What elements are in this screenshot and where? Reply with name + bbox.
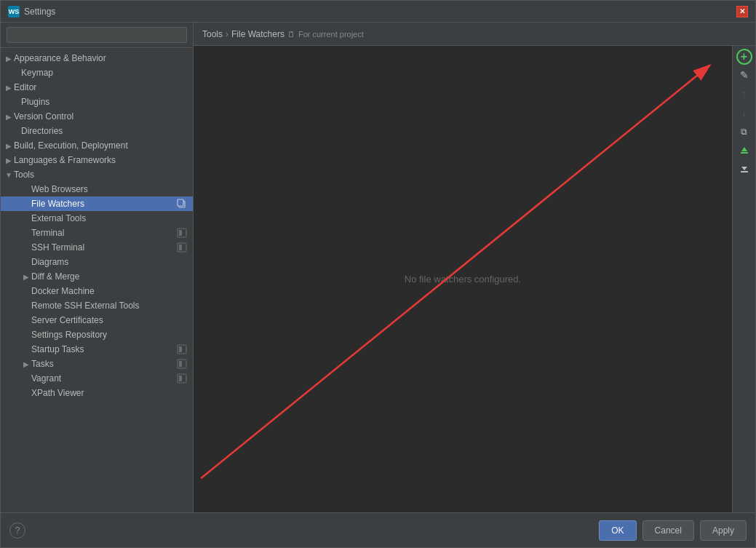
sidebar-item-build[interactable]: Build, Execution, Deployment xyxy=(1,138,193,153)
footer: ? OK Cancel Apply xyxy=(1,512,755,547)
arrow-icon xyxy=(21,273,31,281)
footer-left: ? xyxy=(9,523,25,539)
sidebar-item-keymap[interactable]: Keymap xyxy=(1,65,193,80)
sidebar-item-diagrams[interactable]: Diagrams xyxy=(1,255,193,269)
sidebar-item-label: Languages & Frameworks xyxy=(14,155,116,165)
terminal-icon xyxy=(177,228,187,238)
move-down-button[interactable]: ↓ xyxy=(736,104,753,122)
sidebar-item-label: External Tools xyxy=(31,213,86,223)
breadcrumb-bar: Tools › File Watchers 🗒 For current proj… xyxy=(194,23,755,46)
breadcrumb-path1: Tools xyxy=(202,29,223,39)
svg-rect-9 xyxy=(179,361,182,367)
sidebar-item-remote-ssh[interactable]: Remote SSH External Tools xyxy=(1,298,193,313)
sidebar-item-label: Web Browsers xyxy=(31,184,88,194)
svg-rect-11 xyxy=(179,376,182,381)
sidebar-item-label: Remote SSH External Tools xyxy=(31,301,140,311)
sidebar-item-startup-tasks[interactable]: Startup Tasks xyxy=(1,342,193,357)
export-watcher-button[interactable] xyxy=(736,161,753,178)
search-input[interactable] xyxy=(7,27,187,43)
import-watcher-button[interactable] xyxy=(736,142,753,159)
ws-logo: WS xyxy=(8,6,20,17)
file-watcher-panel: No file watchers configured. xyxy=(194,46,732,512)
svg-rect-1 xyxy=(178,199,183,206)
sidebar-item-terminal[interactable]: Terminal xyxy=(1,226,193,240)
close-button[interactable]: ✕ xyxy=(736,6,748,17)
copy-icon xyxy=(177,199,187,209)
sidebar-item-docker-machine[interactable]: Docker Machine xyxy=(1,284,193,298)
sidebar-item-xpath[interactable]: XPath Viewer xyxy=(1,386,193,400)
search-box xyxy=(1,23,193,48)
breadcrumb-path2: File Watchers xyxy=(231,29,285,39)
arrow-icon xyxy=(4,171,14,179)
help-button[interactable]: ? xyxy=(9,523,25,539)
startup-icon xyxy=(177,344,187,354)
import-icon xyxy=(739,146,749,156)
sidebar-item-ssh-terminal[interactable]: SSH Terminal xyxy=(1,240,193,255)
svg-rect-3 xyxy=(179,230,182,236)
vagrant-icon xyxy=(177,373,187,384)
svg-rect-16 xyxy=(741,171,748,172)
breadcrumb-icon: 🗒 xyxy=(287,30,295,39)
ok-button[interactable]: OK xyxy=(599,520,636,541)
sidebar-item-label: Startup Tasks xyxy=(31,344,177,354)
svg-marker-15 xyxy=(741,147,747,151)
svg-rect-7 xyxy=(179,346,182,352)
arrow-icon xyxy=(4,113,14,121)
sidebar-item-external-tools[interactable]: External Tools xyxy=(1,211,193,226)
sidebar-item-label: SSH Terminal xyxy=(31,242,177,253)
arrow-icon xyxy=(4,55,14,63)
sidebar-item-web-browsers[interactable]: Web Browsers xyxy=(1,182,193,196)
sidebar-item-editor[interactable]: Editor xyxy=(1,80,193,95)
sidebar-item-languages[interactable]: Languages & Frameworks xyxy=(1,153,193,167)
breadcrumb-separator: › xyxy=(226,29,228,39)
sidebar-item-tools[interactable]: Tools xyxy=(1,167,193,182)
content-area: No file watchers configured. + ✎ xyxy=(194,46,755,512)
edit-watcher-button[interactable]: ✎ xyxy=(736,66,753,84)
sidebar-tree: Appearance & Behavior Keymap Editor Plug… xyxy=(1,48,193,512)
svg-rect-5 xyxy=(179,245,182,250)
sidebar-item-directories[interactable]: Directories xyxy=(1,124,193,138)
sidebar: Appearance & Behavior Keymap Editor Plug… xyxy=(1,23,194,512)
tasks-icon xyxy=(177,359,187,369)
svg-marker-17 xyxy=(741,167,747,170)
arrow-icon xyxy=(4,142,14,150)
sidebar-item-label: File Watchers xyxy=(31,199,177,209)
sidebar-item-label: Editor xyxy=(14,82,36,92)
sidebar-item-label: Terminal xyxy=(31,228,177,238)
add-watcher-button[interactable]: + xyxy=(736,49,752,65)
arrow-icon xyxy=(21,360,31,368)
sidebar-item-diff-merge[interactable]: Diff & Merge xyxy=(1,269,193,284)
window-title: Settings xyxy=(24,7,55,17)
sidebar-item-label: Settings Repository xyxy=(31,330,107,340)
ssh-icon xyxy=(177,242,187,253)
sidebar-item-appearance[interactable]: Appearance & Behavior xyxy=(1,51,193,65)
toolbar-panel: + ✎ ↑ ↓ ⧉ xyxy=(732,46,755,512)
sidebar-item-file-watchers[interactable]: File Watchers xyxy=(1,196,193,211)
sidebar-item-vagrant[interactable]: Vagrant xyxy=(1,371,193,386)
sidebar-item-version-control[interactable]: Version Control xyxy=(1,109,193,124)
sidebar-item-label: Server Certificates xyxy=(31,315,103,325)
sidebar-item-server-certs[interactable]: Server Certificates xyxy=(1,313,193,327)
footer-buttons: OK Cancel Apply xyxy=(599,520,747,541)
sidebar-item-settings-repo[interactable]: Settings Repository xyxy=(1,327,193,342)
sidebar-item-label: Plugins xyxy=(21,97,49,107)
sidebar-item-plugins[interactable]: Plugins xyxy=(1,95,193,109)
sidebar-item-tasks[interactable]: Tasks xyxy=(1,357,193,371)
sidebar-item-label: Diff & Merge xyxy=(31,271,79,282)
copy-watcher-button[interactable]: ⧉ xyxy=(736,123,753,140)
apply-button[interactable]: Apply xyxy=(700,520,747,541)
move-up-button[interactable]: ↑ xyxy=(736,85,753,103)
export-icon xyxy=(739,164,749,175)
empty-message: No file watchers configured. xyxy=(405,274,521,285)
sidebar-item-label: Appearance & Behavior xyxy=(14,53,106,63)
sidebar-item-label: Tools xyxy=(14,170,34,180)
sidebar-item-label: Build, Execution, Deployment xyxy=(14,140,128,151)
breadcrumb-project: For current project xyxy=(298,30,364,39)
sidebar-item-label: Directories xyxy=(21,126,63,136)
sidebar-item-label: Tasks xyxy=(31,359,177,369)
settings-window: WS Settings ✕ Appearance & Behavior Keym… xyxy=(0,0,756,548)
title-bar: WS Settings ✕ xyxy=(1,1,755,23)
sidebar-item-label: Diagrams xyxy=(31,257,68,267)
cancel-button[interactable]: Cancel xyxy=(642,520,694,541)
svg-rect-14 xyxy=(741,152,748,154)
